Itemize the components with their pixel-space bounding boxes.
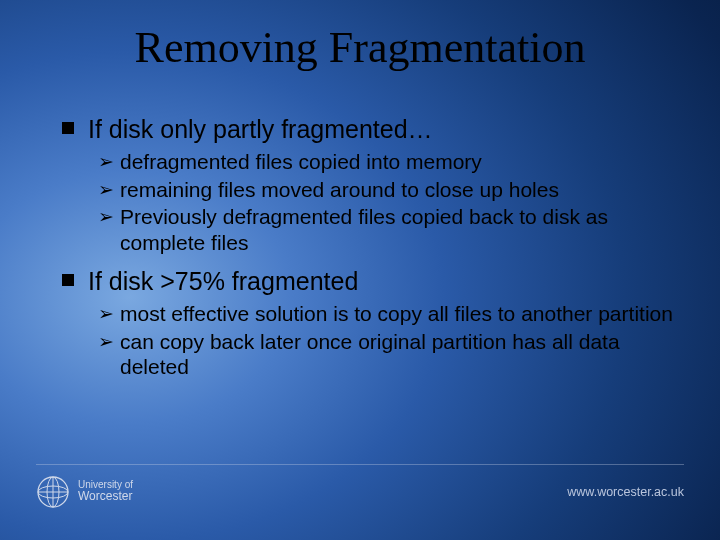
bullet-level2: ➢ remaining files moved around to close …: [98, 177, 680, 203]
square-bullet-icon: [62, 274, 74, 286]
sub-bullet-text: can copy back later once original partit…: [120, 329, 680, 380]
sub-bullet-group: ➢ defragmented files copied into memory …: [98, 149, 680, 255]
arrow-bullet-icon: ➢: [98, 302, 114, 325]
slide-content: If disk only partly fragmented… ➢ defrag…: [62, 108, 680, 390]
bullet-level2: ➢ most effective solution is to copy all…: [98, 301, 680, 327]
footer-url: www.worcester.ac.uk: [567, 485, 684, 499]
sub-bullet-text: defragmented files copied into memory: [120, 149, 482, 175]
slide-title: Removing Fragmentation: [0, 22, 720, 73]
bullet-level2: ➢ can copy back later once original part…: [98, 329, 680, 380]
arrow-bullet-icon: ➢: [98, 178, 114, 201]
arrow-bullet-icon: ➢: [98, 205, 114, 228]
bullet-level2: ➢ defragmented files copied into memory: [98, 149, 680, 175]
sub-bullet-group: ➢ most effective solution is to copy all…: [98, 301, 680, 380]
sub-bullet-text: most effective solution is to copy all f…: [120, 301, 673, 327]
sub-bullet-text: Previously defragmented files copied bac…: [120, 204, 680, 255]
university-brand: University of Worcester: [36, 475, 133, 509]
square-bullet-icon: [62, 122, 74, 134]
sub-bullet-text: remaining files moved around to close up…: [120, 177, 559, 203]
university-worcester-label: Worcester: [78, 490, 133, 503]
globe-logo-icon: [36, 475, 70, 509]
slide-footer: University of Worcester www.worcester.ac…: [36, 464, 684, 512]
bullet-level1: If disk >75% fragmented: [62, 266, 680, 297]
bullet-text: If disk only partly fragmented…: [88, 114, 433, 145]
arrow-bullet-icon: ➢: [98, 330, 114, 353]
bullet-text: If disk >75% fragmented: [88, 266, 358, 297]
bullet-level1: If disk only partly fragmented…: [62, 114, 680, 145]
university-name: University of Worcester: [78, 479, 133, 503]
bullet-level2: ➢ Previously defragmented files copied b…: [98, 204, 680, 255]
arrow-bullet-icon: ➢: [98, 150, 114, 173]
